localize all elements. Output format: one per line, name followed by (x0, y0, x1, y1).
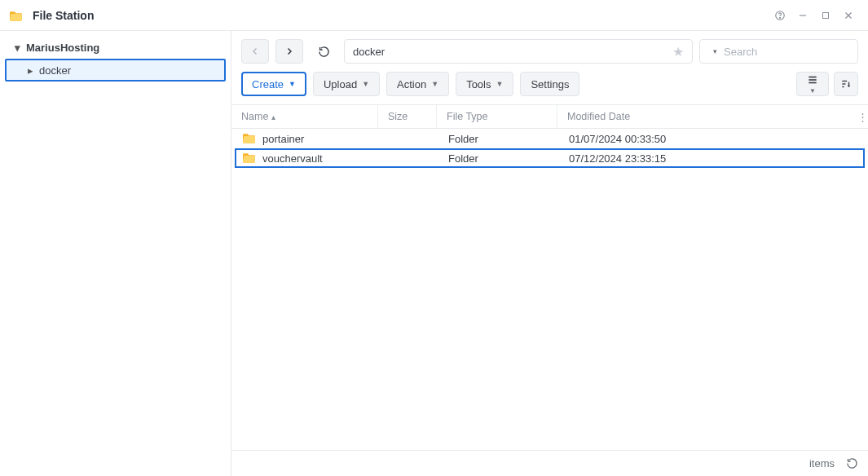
create-button[interactable]: Create ▼ (241, 72, 306, 96)
table-header: Name ▴ Size File Type Modified Date ⋮ (231, 104, 868, 129)
window-title: File Station (33, 9, 94, 22)
column-header-size[interactable]: Size (378, 105, 437, 128)
folder-icon (243, 152, 256, 165)
table-row[interactable]: portainerFolder01/07/2024 00:33:50 (235, 129, 865, 148)
column-header-type[interactable]: File Type (437, 105, 557, 128)
tree-root-label: MariusHosting (26, 42, 99, 54)
file-type: Folder (438, 152, 559, 165)
tree-root[interactable]: ▾ MariusHosting (0, 36, 231, 59)
column-header-name[interactable]: Name ▴ (231, 105, 378, 128)
tree-item-label: docker (39, 64, 71, 77)
main-panel: docker ★ ▾ Create ▼ Upload ▼ (231, 31, 868, 476)
sort-asc-icon: ▴ (271, 112, 275, 121)
app-icon (8, 7, 24, 24)
maximize-icon[interactable] (814, 4, 837, 27)
favorite-star-icon[interactable]: ★ (672, 44, 684, 60)
svg-point-1 (780, 17, 781, 18)
file-table: Name ▴ Size File Type Modified Date ⋮ po… (231, 104, 868, 450)
svg-marker-14 (848, 86, 851, 87)
status-items-label: items (809, 457, 835, 469)
search-dropdown-icon[interactable]: ▾ (713, 47, 717, 55)
chevron-down-icon: ▼ (431, 80, 438, 88)
file-modified: 01/07/2024 00:33:50 (559, 133, 863, 145)
sidebar: ▾ MariusHosting ▸ docker (0, 31, 231, 476)
sort-icon (839, 78, 853, 90)
view-mode-button[interactable]: ▼ (796, 72, 829, 96)
nav-back-button[interactable] (241, 39, 269, 64)
chevron-right-icon: ▸ (24, 64, 36, 77)
sort-toggle-button[interactable] (834, 72, 858, 96)
help-icon[interactable] (769, 4, 791, 27)
file-name: vouchervault (262, 152, 323, 165)
table-row[interactable]: vouchervaultFolder07/12/2024 23:33:15 (235, 148, 865, 168)
folder-icon (243, 132, 256, 146)
file-name: portainer (262, 133, 304, 145)
tree-item-docker[interactable]: ▸ docker (5, 59, 226, 82)
table-body: portainerFolder01/07/2024 00:33:50vouche… (231, 129, 868, 450)
file-modified: 07/12/2024 23:33:15 (559, 152, 863, 165)
chevron-down-icon: ▾ (11, 42, 23, 54)
list-view-icon (806, 74, 819, 86)
file-type: Folder (438, 133, 559, 145)
close-icon[interactable] (837, 4, 860, 27)
search-input[interactable]: ▾ (699, 39, 858, 64)
upload-button[interactable]: Upload ▼ (313, 72, 380, 96)
tools-button[interactable]: Tools ▼ (456, 72, 513, 96)
minimize-icon[interactable] (791, 4, 814, 27)
path-input[interactable]: docker ★ (344, 39, 693, 64)
column-header-modified[interactable]: Modified Date (557, 105, 847, 128)
nav-refresh-button[interactable] (310, 39, 337, 64)
path-text: docker (353, 46, 672, 58)
title-bar: File Station (0, 0, 868, 31)
status-bar: items (231, 450, 868, 476)
chevron-down-icon: ▼ (362, 80, 369, 88)
chevron-down-icon: ▼ (289, 80, 296, 88)
toolbar-action-row: Create ▼ Upload ▼ Action ▼ Tools ▼ Setti… (241, 72, 858, 96)
action-button[interactable]: Action ▼ (386, 72, 449, 96)
status-refresh-button[interactable] (846, 457, 858, 469)
chevron-down-icon: ▼ (496, 80, 504, 88)
nav-forward-button[interactable] (275, 39, 303, 64)
svg-rect-3 (823, 12, 829, 18)
column-options-button[interactable]: ⋮ (847, 105, 868, 128)
search-field[interactable] (722, 45, 862, 59)
chevron-down-icon: ▼ (809, 87, 816, 95)
settings-button[interactable]: Settings (520, 72, 579, 96)
toolbar-nav-row: docker ★ ▾ (241, 39, 858, 64)
